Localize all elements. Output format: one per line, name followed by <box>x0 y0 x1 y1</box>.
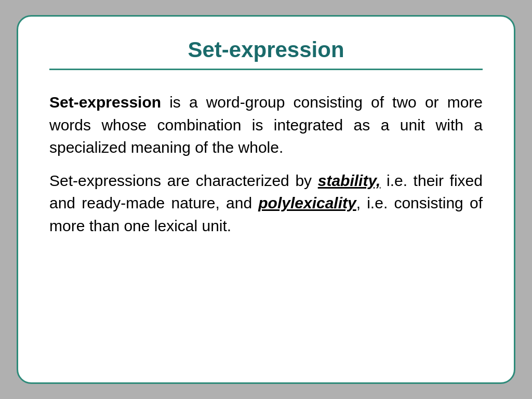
title-section: Set-expression <box>49 37 483 70</box>
bold-term-set-expression: Set-expression <box>49 94 161 111</box>
paragraph-2: Set-expressions are characterized by sta… <box>49 169 483 237</box>
term-stability: stability, <box>318 172 381 189</box>
slide-content: Set-expression is a word-group consistin… <box>49 86 483 356</box>
paragraph-1: Set-expression is a word-group consistin… <box>49 91 483 159</box>
title-divider <box>49 69 483 70</box>
paragraph-2-before-stability: Set-expressions are characterized by <box>49 172 318 189</box>
slide-title: Set-expression <box>188 37 344 62</box>
slide: Set-expression Set-expression is a word-… <box>17 15 515 384</box>
term-polylexicality: polylexicality <box>258 194 356 211</box>
